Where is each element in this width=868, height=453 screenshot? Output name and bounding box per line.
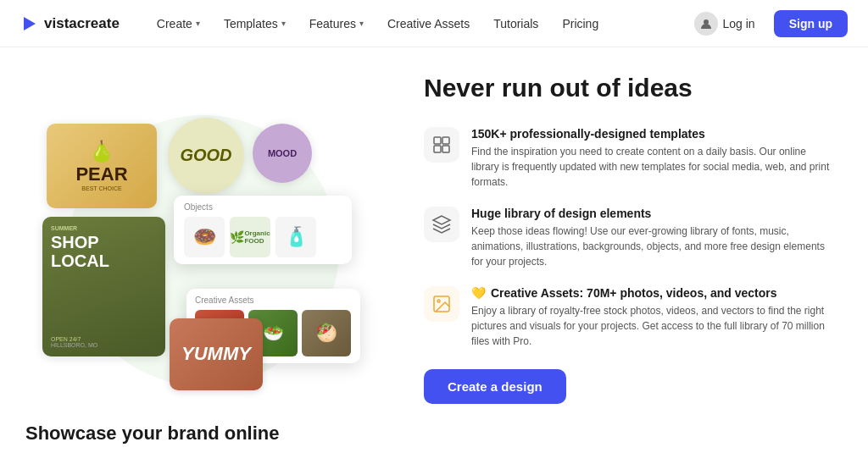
svg-rect-3 xyxy=(442,137,449,144)
nav-tutorials[interactable]: Tutorials xyxy=(483,12,548,36)
bottom-title: Showcase your brand online xyxy=(25,423,280,444)
image-icon xyxy=(424,286,459,322)
good-text: GOOD xyxy=(180,146,231,165)
pear-icon: 🍐 xyxy=(89,140,114,163)
features-section: Never run out of ideas 150K+ professiona… xyxy=(407,47,868,453)
navigation: vistacreate Create ▾ Templates ▾ Feature… xyxy=(0,0,868,47)
food-image-3: 🥙 xyxy=(302,310,351,356)
logo[interactable]: vistacreate xyxy=(20,14,120,33)
yummy-card: YUMMY xyxy=(170,318,263,390)
svg-marker-0 xyxy=(24,17,36,30)
shop-bottom: OPEN 24/7 HILLSBORO, MO xyxy=(51,336,157,348)
design-showcase: 🍐 PEAR BEST CHOICE GOOD MOOD SUMMER SHOP… xyxy=(25,77,381,424)
pear-subtitle: BEST CHOICE xyxy=(81,185,121,191)
objects-label: Objects xyxy=(184,202,342,212)
nav-links: Create ▾ Templates ▾ Features ▾ Creative… xyxy=(147,12,686,36)
nav-actions: Log in Sign up xyxy=(686,7,848,41)
signup-button[interactable]: Sign up xyxy=(774,10,848,37)
shop-title: SHOP LOCAL xyxy=(51,233,157,270)
feature-templates-title: 150K+ professionally-designed templates xyxy=(471,127,834,141)
shop-open: OPEN 24/7 xyxy=(51,336,157,342)
shop-city: HILLSBORO, MO xyxy=(51,342,157,348)
nav-pricing[interactable]: Pricing xyxy=(552,12,609,36)
brand-name: vistacreate xyxy=(44,15,120,32)
good-badge: GOOD xyxy=(168,118,244,194)
mood-text: MOOD xyxy=(268,148,297,158)
pear-card: 🍐 PEAR BEST CHOICE xyxy=(47,124,157,208)
shop-local-card: SUMMER SHOP LOCAL OPEN 24/7 HILLSBORO, M… xyxy=(42,217,165,356)
create-design-button[interactable]: Create a design xyxy=(424,369,566,404)
grid-icon xyxy=(424,127,459,163)
bottom-section: Showcase your brand online xyxy=(0,414,407,453)
svg-rect-2 xyxy=(434,137,441,144)
feature-elements-content: Huge library of design elements Keep tho… xyxy=(471,207,834,269)
pro-badge-icon: 💛 xyxy=(471,286,486,300)
main-content: 🍐 PEAR BEST CHOICE GOOD MOOD SUMMER SHOP… xyxy=(0,47,868,453)
feature-design-elements: Huge library of design elements Keep tho… xyxy=(424,207,834,269)
svg-rect-5 xyxy=(442,146,449,152)
feature-templates-content: 150K+ professionally-designed templates … xyxy=(471,127,834,190)
user-icon xyxy=(694,12,718,36)
objects-grid: 🍩 🌿OrganicFOOD 🧴 xyxy=(184,217,342,257)
mood-badge: MOOD xyxy=(253,124,312,183)
chevron-down-icon: ▾ xyxy=(359,19,364,28)
chevron-down-icon: ▾ xyxy=(196,19,200,28)
pear-title: PEAR xyxy=(75,163,127,185)
yummy-text: YUMMY xyxy=(181,343,251,365)
nav-creative-assets[interactable]: Creative Assets xyxy=(377,12,480,36)
nav-features[interactable]: Features ▾ xyxy=(299,12,374,36)
login-button[interactable]: Log in xyxy=(686,7,764,41)
feature-assets-content: 💛 Creative Assets: 70M+ photos, videos, … xyxy=(471,286,834,349)
layers-icon xyxy=(424,207,459,242)
feature-templates-desc: Find the inspiration you need to create … xyxy=(471,144,834,190)
feature-assets-desc: Enjoy a library of royalty-free stock ph… xyxy=(471,303,834,349)
nav-templates[interactable]: Templates ▾ xyxy=(214,12,296,36)
creative-label: Creative Assets xyxy=(195,296,352,305)
leaf-icon: 🌿OrganicFOOD xyxy=(230,217,270,257)
feature-list: 150K+ professionally-designed templates … xyxy=(424,127,834,349)
svg-rect-4 xyxy=(434,146,441,152)
objects-popup: Objects 🍩 🌿OrganicFOOD 🧴 xyxy=(174,196,352,264)
feature-assets-title: 💛 Creative Assets: 70M+ photos, videos, … xyxy=(471,286,834,300)
feature-templates: 150K+ professionally-designed templates … xyxy=(424,127,834,190)
donut-icon: 🍩 xyxy=(184,217,225,257)
shop-label: SUMMER xyxy=(51,225,157,231)
feature-creative-assets: 💛 Creative Assets: 70M+ photos, videos, … xyxy=(424,286,834,349)
feature-elements-title: Huge library of design elements xyxy=(471,207,834,220)
svg-point-7 xyxy=(437,300,440,302)
nav-create[interactable]: Create ▾ xyxy=(147,12,210,36)
design-showcase-section: 🍐 PEAR BEST CHOICE GOOD MOOD SUMMER SHOP… xyxy=(0,47,407,453)
section-title: Never run out of ideas xyxy=(424,73,834,103)
feature-elements-desc: Keep those ideas flowing! Use our ever-g… xyxy=(471,224,834,269)
bottle-icon: 🧴 xyxy=(275,217,316,257)
chevron-down-icon: ▾ xyxy=(281,19,286,28)
